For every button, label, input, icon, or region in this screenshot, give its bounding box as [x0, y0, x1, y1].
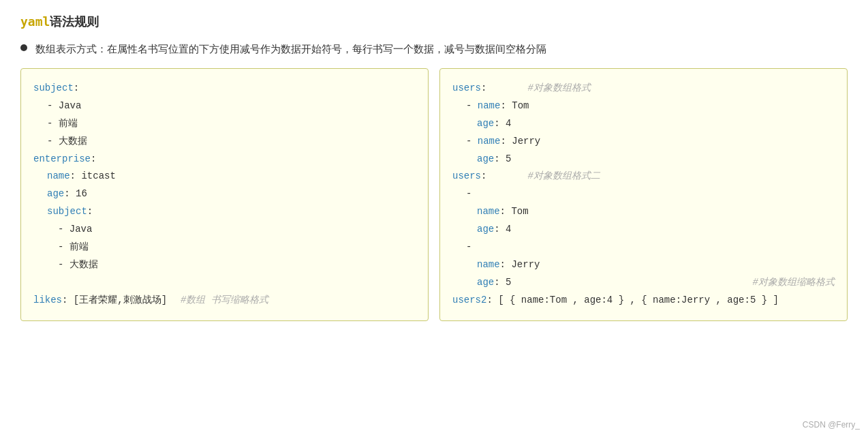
title-yaml: yaml: [20, 14, 50, 29]
code-line: - 前端: [33, 115, 416, 133]
code-line: age: 5#对象数组缩略格式: [452, 274, 835, 292]
code-line: -: [452, 239, 835, 256]
code-line: age: 4: [452, 221, 835, 239]
code-line: name: Jerry: [452, 256, 835, 274]
code-line: - 大数据: [33, 133, 416, 151]
code-line: enterprise:: [33, 151, 416, 168]
code-line: likes: [王者荣耀,刺激战场]#数组 书写缩略格式: [33, 292, 416, 310]
left-code-panel: subject: - Java - 前端 - 大数据 enterprise: n…: [20, 68, 429, 321]
bullet-icon: [20, 44, 27, 51]
code-panels: subject: - Java - 前端 - 大数据 enterprise: n…: [20, 68, 848, 321]
code-line: [33, 274, 416, 292]
code-line: - name: Jerry: [452, 133, 835, 151]
right-code-panel: users:#对象数组格式 - name: Tom age: 4 - name:…: [439, 68, 848, 321]
page-title: yaml语法规则: [20, 14, 848, 30]
code-line: name: Tom: [452, 203, 835, 221]
code-line: age: 5: [452, 151, 835, 168]
code-line: age: 4: [452, 115, 835, 133]
code-line: age: 16: [33, 185, 416, 203]
code-line: - name: Tom: [452, 97, 835, 115]
code-line: -: [452, 185, 835, 203]
code-line: name: itcast: [33, 168, 416, 185]
code-line: - Java: [33, 221, 416, 239]
code-line: - 前端: [33, 239, 416, 256]
code-line: - 大数据: [33, 256, 416, 274]
code-line: subject:: [33, 80, 416, 97]
code-line: users:#对象数组格式: [452, 80, 835, 97]
code-line: users2: [ { name:Tom , age:4 } , { name:…: [452, 292, 835, 310]
title-suffix: 语法规则: [50, 15, 99, 29]
code-line: subject:: [33, 203, 416, 221]
code-line: users:#对象数组格式二: [452, 168, 835, 185]
code-line: - Java: [33, 97, 416, 115]
bullet-text: 数组表示方式：在属性名书写位置的下方使用减号作为数据开始符号，每行书写一个数据，…: [35, 41, 546, 57]
